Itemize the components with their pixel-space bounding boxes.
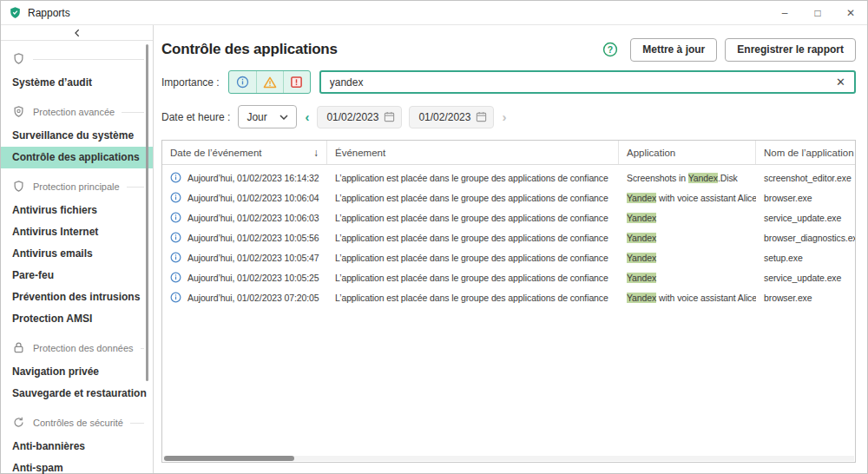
sidebar-section-protection-avancee: Protection avancée (1, 102, 153, 122)
search-highlight: Yandex (627, 253, 656, 263)
search-box: ✕ (319, 70, 856, 94)
application-cell: Yandex with voice assistant Alice (619, 293, 756, 303)
table-row[interactable]: Aujourd’hui, 01/02/2023 16:14:32L’applic… (162, 168, 855, 188)
sidebar-section-label: Protection des données (33, 343, 134, 353)
application-cell: Screenshots in Yandex.Disk (619, 173, 756, 183)
event-description: L’application est placée dans le groupe … (327, 213, 619, 223)
minimize-button[interactable]: – (768, 1, 801, 24)
sidebar-item-antivirus-internet[interactable]: Antivirus Internet (1, 221, 153, 243)
search-highlight: Yandex (627, 293, 656, 303)
sidebar-item-prevention-des-intrusions[interactable]: Prévention des intrusions (1, 286, 153, 308)
date-to-value: 01/02/2023 (418, 111, 470, 123)
application-name: service_update.exe (756, 273, 855, 283)
search-input[interactable] (321, 76, 827, 89)
table-row[interactable]: Aujourd’hui, 01/02/2023 10:05:47L’applic… (162, 247, 855, 267)
event-date-cell: Aujourd’hui, 01/02/2023 10:06:04 (162, 192, 327, 203)
app-window: Rapports – □ ✕ Système d’auditProtection… (0, 0, 868, 474)
close-button[interactable]: ✕ (834, 1, 867, 24)
importance-critical-button[interactable] (283, 71, 310, 93)
event-description: L’application est placée dans le groupe … (327, 173, 619, 183)
horizontal-scrollbar-thumb[interactable] (164, 456, 294, 461)
period-select-value: Jour (247, 111, 266, 123)
application-cell: Yandex (619, 213, 756, 223)
column-header-label: Nom de l’application (764, 148, 854, 158)
horizontal-scrollbar[interactable] (163, 456, 854, 461)
sidebar-collapse-button[interactable] (1, 25, 153, 41)
event-date-cell: Aujourd’hui, 01/02/2023 16:14:32 (162, 172, 327, 183)
period-select[interactable]: Jour (238, 105, 297, 128)
section-divider (33, 59, 144, 60)
column-header-date-de-l-evenement[interactable]: Date de l’événement↓ (162, 141, 327, 164)
application-name: browser_diagnostics.exe (756, 233, 855, 243)
table-row[interactable]: Aujourd’hui, 01/02/2023 10:06:04L’applic… (162, 188, 855, 207)
event-description: L’application est placée dans le groupe … (327, 293, 619, 303)
maximize-button[interactable]: □ (801, 1, 834, 24)
shield-outline-icon (12, 180, 26, 194)
info-severity-icon (170, 212, 181, 223)
sidebar-item-surveillance-du-systeme[interactable]: Surveillance du système (1, 125, 153, 147)
search-highlight: Yandex (627, 213, 656, 223)
column-header-application[interactable]: Application (619, 141, 756, 164)
column-header-nom-de-l-application[interactable]: Nom de l’application (756, 141, 855, 164)
clear-search-icon[interactable]: ✕ (827, 76, 854, 89)
sidebar-item-protection-amsi[interactable]: Protection AMSI (1, 308, 153, 330)
importance-filter-group (228, 70, 311, 94)
sort-descending-icon: ↓ (313, 147, 319, 159)
column-header-evenement[interactable]: Événement (327, 141, 619, 164)
importance-info-button[interactable] (229, 71, 256, 93)
sidebar: Système d’auditProtection avancéeSurveil… (1, 25, 154, 473)
date-to-field[interactable]: 01/02/2023 (409, 106, 494, 128)
application-cell: Yandex (619, 253, 756, 263)
sidebar-item-pare-feu[interactable]: Pare-feu (1, 265, 153, 286)
sidebar-section-protection-des-donnees: Protection des données (1, 339, 153, 358)
event-date: Aujourd’hui, 01/02/2023 10:05:47 (187, 253, 319, 263)
sidebar-item-sauvegarde-et-restauration[interactable]: Sauvegarde et restauration (1, 383, 153, 405)
sidebar-item-antivirus-emails[interactable]: Antivirus emails (1, 243, 153, 265)
enregistrer-le-rapport-button[interactable]: Enregistrer le rapport (725, 38, 856, 62)
event-description: L’application est placée dans le groupe … (327, 233, 619, 243)
importance-label: Importance : (161, 76, 220, 89)
application-text: with voice assistant Alice (656, 293, 756, 303)
calendar-icon (476, 111, 487, 122)
search-highlight: Yandex (627, 233, 656, 243)
application-cell: Yandex with voice assistant Alice (619, 193, 756, 203)
application-name: browser.exe (756, 293, 855, 303)
section-divider (122, 112, 144, 113)
application-text: Screenshots in (627, 173, 688, 183)
info-icon (236, 76, 249, 89)
sidebar-item-anti-bannieres[interactable]: Anti-bannières (1, 436, 153, 458)
help-icon[interactable]: ? (602, 42, 618, 57)
next-period-button[interactable]: › (494, 109, 514, 124)
event-date-cell: Aujourd’hui, 01/02/2023 10:05:25 (162, 272, 327, 283)
search-highlight: Yandex (627, 193, 656, 203)
sidebar-item-controle-des-applications[interactable]: Contrôle des applications (1, 147, 153, 168)
table-row[interactable]: Aujourd’hui, 01/02/2023 07:20:05L’applic… (162, 287, 855, 307)
events-table: Date de l’événement↓ÉvénementApplication… (161, 140, 856, 463)
event-date-cell: Aujourd’hui, 01/02/2023 10:05:47 (162, 252, 327, 263)
event-date: Aujourd’hui, 01/02/2023 10:06:04 (187, 193, 319, 203)
sidebar-item-anti-spam[interactable]: Anti-spam (1, 458, 153, 474)
sidebar-section-label: Contrôles de sécurité (33, 418, 123, 428)
search-highlight: Yandex (627, 273, 656, 283)
window-title: Rapports (28, 7, 70, 19)
sidebar-section-protection-principale: Protection principale (1, 177, 153, 196)
application-cell: Yandex (619, 233, 756, 243)
importance-warning-button[interactable] (256, 71, 283, 93)
date-filter-label: Date et heure : (161, 111, 230, 123)
previous-period-button[interactable]: ‹ (297, 109, 317, 124)
chevron-down-icon (279, 115, 288, 120)
table-row[interactable]: Aujourd’hui, 01/02/2023 10:05:56L’applic… (162, 227, 855, 247)
sidebar-item-antivirus-fichiers[interactable]: Antivirus fichiers (1, 200, 153, 221)
event-date: Aujourd’hui, 01/02/2023 10:06:03 (187, 213, 319, 223)
info-severity-icon (170, 252, 181, 263)
application-name: setup.exe (756, 253, 855, 263)
sidebar-item-navigation-privee[interactable]: Navigation privée (1, 361, 153, 383)
date-from-field[interactable]: 01/02/2023 (317, 106, 402, 128)
table-row[interactable]: Aujourd’hui, 01/02/2023 10:05:25L’applic… (162, 267, 855, 287)
info-severity-icon (170, 292, 181, 303)
table-row[interactable]: Aujourd’hui, 01/02/2023 10:06:03L’applic… (162, 207, 855, 227)
mettre-a-jour-button[interactable]: Mettre à jour (630, 38, 717, 62)
header-buttons: Mettre à jourEnregistrer le rapport (630, 38, 856, 62)
sidebar-item-systeme-d-audit[interactable]: Système d’audit (1, 72, 153, 94)
sidebar-scrollbar-thumb[interactable] (146, 44, 148, 381)
